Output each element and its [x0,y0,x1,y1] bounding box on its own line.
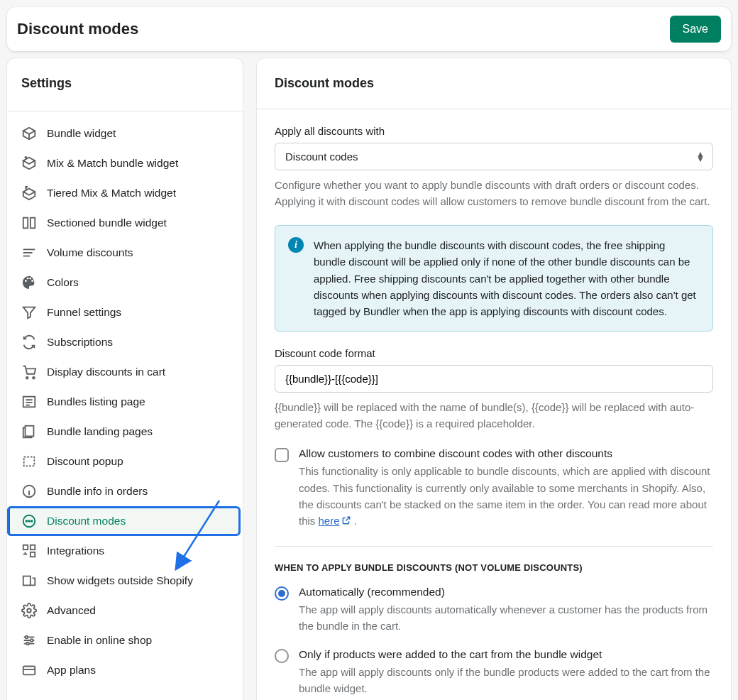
sidebar-item-label: Enable in online shop [47,634,152,647]
radio-automatic-input[interactable] [275,586,289,601]
sidebar-item-label: Discount popup [47,455,123,468]
external-widget-icon [21,573,37,589]
sidebar-nav: Bundle widget Mix & Match bundle widget … [7,111,243,692]
box-plus-icon [21,155,37,171]
sidebar-item-label: Funnel settings [47,306,121,319]
main-title: Discount modes [257,58,731,109]
sidebar-item-cart-discounts[interactable]: Display discounts in cart [7,357,243,387]
sidebar-item-label: Bundle info in orders [47,485,148,498]
gear-icon [21,603,37,618]
radio-automatic-label: Automatically (recommended) [299,586,713,598]
page-header: Discount modes Save [7,7,731,51]
info-banner: i When applying the bundle discounts wit… [275,225,713,332]
sidebar-item-info[interactable]: Bundle info in orders [7,476,243,506]
banner-text: When applying the bundle discounts with … [314,237,700,319]
svg-point-3 [33,377,35,379]
sidebar-item-label: Bundle widget [47,127,116,140]
funnel-icon [21,305,37,320]
sidebar-item-label: Tiered Mix & Match widget [47,187,176,199]
main-panel: Discount modes Apply all discounts with … [257,58,731,700]
sidebar-item-discount-modes[interactable]: Discount modes [7,506,241,536]
svg-point-10 [28,520,30,522]
radio-automatic-desc: The app will apply discounts automatical… [299,601,713,635]
sidebar-item-label: App plans [47,664,96,677]
apply-label: Apply all discounts with [275,125,713,137]
sidebar-item-enable[interactable]: Enable in online shop [7,625,243,655]
cart-icon [21,364,37,380]
combine-link[interactable]: here [319,515,351,527]
sidebar-item-plans[interactable]: App plans [7,655,243,685]
sidebar-item-landing[interactable]: Bundle landing pages [7,417,243,447]
when-heading: When to apply bundle discounts (not volu… [275,562,713,573]
sidebar-title: Settings [7,58,243,111]
code-format-label: Discount code format [275,347,713,359]
svg-point-2 [26,377,28,379]
divider [275,546,713,547]
sidebar-item-label: Colors [47,276,79,289]
external-link-icon [341,513,351,530]
sidebar-item-mixmatch[interactable]: Mix & Match bundle widget [7,148,243,178]
combine-checkbox[interactable] [275,448,289,462]
integrations-icon [21,543,37,559]
radio-widget-only-label: Only if products were added to the cart … [299,648,713,661]
svg-rect-5 [26,426,34,437]
sidebar-item-volume[interactable]: Volume discounts [7,238,243,268]
apply-select[interactable]: Discount codes [275,143,713,170]
sidebar-item-bundle-widget[interactable]: Bundle widget [7,119,243,148]
apply-help: Configure whether you want to apply bund… [275,177,713,209]
sidebar-item-integrations[interactable]: Integrations [7,536,243,566]
svg-rect-13 [31,552,35,557]
sidebar-item-label: Advanced [47,604,96,617]
sidebar-item-colors[interactable]: Colors [7,268,243,297]
svg-point-11 [31,520,33,522]
save-button[interactable]: Save [670,16,721,43]
sidebar-item-subscriptions[interactable]: Subscriptions [7,327,243,357]
combine-desc: This functionality is only applicable to… [299,463,713,530]
sidebar-item-label: Volume discounts [47,246,133,259]
svg-rect-20 [23,667,35,675]
volume-discount-icon [21,245,37,261]
list-icon [21,394,37,410]
svg-rect-12 [23,545,28,549]
sidebar-item-label: Bundle landing pages [47,425,153,438]
svg-rect-14 [31,545,35,549]
svg-point-18 [31,639,33,642]
sections-icon [21,215,37,231]
sidebar-item-label: Bundles listing page [47,395,145,408]
sidebar-item-popup[interactable]: Discount popup [7,447,243,476]
sync-icon [21,334,37,350]
svg-point-9 [26,520,27,522]
info-icon [21,483,37,499]
sidebar-item-sectioned[interactable]: Sectioned bundle widget [7,208,243,238]
popup-icon [21,454,37,469]
code-format-help: {{bundle}} will be replaced with the nam… [275,400,713,432]
page-title: Discount modes [17,20,138,38]
sidebar-item-label: Integrations [47,545,104,557]
sidebar-item-outside[interactable]: Show widgets outside Shopify [7,566,243,596]
sidebar-item-advanced[interactable]: Advanced [7,596,243,625]
svg-rect-1 [31,218,35,229]
svg-rect-6 [24,457,35,466]
sidebar-item-label: Sectioned bundle widget [47,217,167,229]
radio-widget-only-input[interactable] [275,649,289,663]
palette-icon [21,275,37,290]
svg-rect-0 [23,218,28,229]
radio-widget-only-desc: The app will apply discounts only if the… [299,664,713,697]
sidebar-item-label: Mix & Match bundle widget [47,157,178,170]
modes-icon [21,513,37,529]
settings-sidebar: Settings Bundle widget Mix & Match bundl… [7,58,243,700]
radio-widget-only[interactable]: Only if products were added to the cart … [275,648,713,697]
radio-automatic[interactable]: Automatically (recommended) The app will… [275,586,713,635]
svg-rect-15 [23,576,31,586]
box-icon [21,126,37,141]
card-icon [21,662,37,678]
svg-point-19 [26,642,29,645]
box-stack-icon [21,185,37,201]
sidebar-item-listing[interactable]: Bundles listing page [7,387,243,417]
sidebar-item-tiered[interactable]: Tiered Mix & Match widget [7,178,243,208]
sidebar-item-label: Display discounts in cart [47,366,165,378]
code-format-input[interactable] [275,365,713,393]
sidebar-item-label: Show widgets outside Shopify [47,574,193,587]
sidebar-item-funnel[interactable]: Funnel settings [7,297,243,327]
combine-checkbox-row[interactable]: Allow customers to combine discount code… [275,447,713,530]
